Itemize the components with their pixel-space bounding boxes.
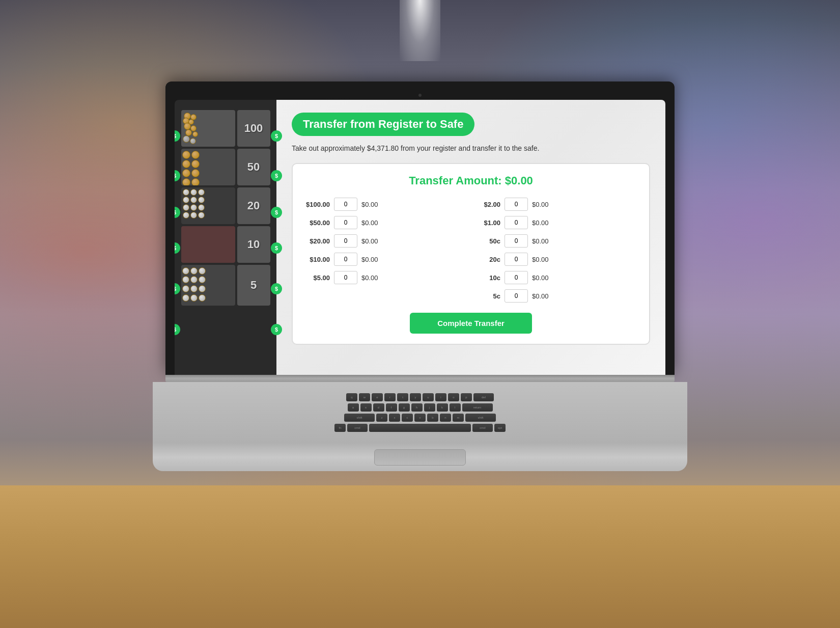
denom-label-100: $100.00 [305,201,330,208]
denom-row-5: $5.00 $0.00 [305,271,466,284]
dollar-indicator-5: $ [175,283,180,294]
key-shift-r[interactable]: shift [465,414,496,422]
denom-label-10: $10.00 [305,256,330,263]
key[interactable]: p [461,393,472,401]
denom-row-1: $1.00 $0.00 [476,216,636,229]
denom-row-2: $2.00 $0.00 [476,198,636,211]
key[interactable]: h [411,403,423,412]
touchpad[interactable] [374,449,466,466]
key[interactable]: x [389,414,400,422]
key[interactable]: m [453,414,464,422]
key[interactable]: t [397,393,408,401]
complete-transfer-button[interactable]: Complete Transfer [410,313,532,334]
denom-input-5c[interactable] [505,289,528,303]
denom-label-5c: 5c [476,292,500,300]
denom-input-20[interactable] [334,234,357,248]
dollar-indicator-6: $ [175,324,180,335]
transfer-box: Transfer Amount: $0.00 $100.00 $0.00 [292,163,650,345]
key[interactable]: u [423,393,434,401]
denom-value-20c: $0.00 [532,256,551,263]
key[interactable]: w [359,393,370,401]
dollar-indicator-r3: $ [271,207,282,218]
denominations-left: $100.00 $0.00 $50.00 $0.00 $20.00 [305,198,466,303]
key[interactable]: o [448,393,459,401]
keyboard-row-1: q w e r t y u i o p del [346,393,494,401]
denom-row-10c: 10c $0.00 [476,271,636,284]
key-option[interactable]: opt [494,424,506,432]
laptop-hinge [165,375,675,382]
laptop: $ $ $ $ $ $ $ $ $ $ $ $ [153,81,687,471]
denom-row-50c: 50c $0.00 [476,234,636,248]
transfer-amount-display: Transfer Amount: $0.00 [305,174,636,187]
denom-input-10c[interactable] [505,271,528,284]
key-space[interactable] [369,424,471,432]
denom-value-10: $0.00 [361,256,381,263]
key[interactable]: e [372,393,383,401]
keyboard-row-3: shift z x c v b n m shift [344,414,496,422]
key-shift-l[interactable]: shift [344,414,375,422]
denom-label-20: $20.00 [305,237,330,245]
denom-input-20c[interactable] [505,253,528,266]
key[interactable]: k [437,403,448,412]
key[interactable]: c [402,414,413,422]
dollar-indicator-r4: $ [271,242,282,254]
denominations-right: $2.00 $0.00 $1.00 $0.00 50c [476,198,636,303]
denomination-grid: $100.00 $0.00 $50.00 $0.00 $20.00 [305,198,636,303]
denom-label-10c: 10c [476,274,500,282]
key-delete[interactable]: del [473,393,494,401]
denom-value-20: $0.00 [361,237,381,245]
denom-input-5[interactable] [334,271,357,284]
key[interactable]: d [373,403,384,412]
denom-row-20: $20.00 $0.00 [305,234,466,248]
key[interactable]: v [414,414,426,422]
denom-value-1: $0.00 [532,219,551,227]
key-cmd[interactable]: cmd [347,424,368,432]
key[interactable]: r [384,393,396,401]
key[interactable]: b [427,414,438,422]
denom-label-2: $2.00 [476,201,500,208]
laptop-bottom [153,443,687,471]
key[interactable]: l [450,403,461,412]
denom-row-20c: 20c $0.00 [476,253,636,266]
denom-row-100: $100.00 $0.00 [305,198,466,211]
dollar-indicator-1: $ [175,130,180,142]
dollar-indicator-r2: $ [271,170,282,181]
denom-label-50c: 50c [476,237,500,245]
denom-input-100[interactable] [334,198,357,211]
denom-input-10[interactable] [334,253,357,266]
laptop-screen-bezel: $ $ $ $ $ $ $ $ $ $ $ $ [175,100,665,375]
transfer-subtitle: Take out approximately $4,371.80 from yo… [292,143,650,154]
cash-row-10: 10 [181,226,270,263]
denom-input-50[interactable] [334,216,357,229]
denom-label-50: $50.00 [305,219,330,227]
keyboard-row-space: fn cmd cmd opt [334,424,506,432]
laptop-screen-lid: $ $ $ $ $ $ $ $ $ $ $ $ [165,81,675,375]
key[interactable]: g [399,403,410,412]
key[interactable]: q [346,393,357,401]
dollar-indicator-3: $ [175,207,180,218]
key[interactable]: i [435,393,446,401]
denom-input-50c[interactable] [505,234,528,248]
key[interactable]: f [386,403,397,412]
table-surface [0,485,840,628]
key-cmd-r[interactable]: cmd [472,424,493,432]
key[interactable]: z [376,414,387,422]
transfer-panel: Transfer from Register to Safe Take out … [276,100,665,375]
key-fn[interactable]: fn [334,424,346,432]
transfer-amount-label: Transfer Amount: [409,174,502,187]
denom-value-5c: $0.00 [532,292,551,300]
webcam-dot [418,94,422,97]
denom-input-2[interactable] [505,198,528,211]
cash-row-5: 5 [181,265,270,306]
denom-input-1[interactable] [505,216,528,229]
denom-value-2: $0.00 [532,201,551,208]
denom-row-10: $10.00 $0.00 [305,253,466,266]
key[interactable]: n [440,414,451,422]
denom-value-5: $0.00 [361,274,381,282]
denom-value-50c: $0.00 [532,237,551,245]
key[interactable]: a [348,403,359,412]
key[interactable]: j [424,403,435,412]
key[interactable]: y [410,393,421,401]
key[interactable]: s [360,403,372,412]
key-return[interactable]: return [462,403,493,412]
